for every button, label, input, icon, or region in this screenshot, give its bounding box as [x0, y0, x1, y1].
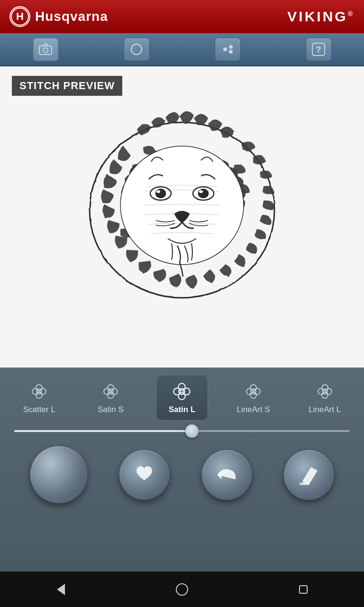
svg-text:H: H: [16, 10, 24, 22]
svg-point-17: [199, 190, 203, 193]
help-button[interactable]: ?: [306, 37, 332, 61]
svg-point-45: [176, 584, 188, 595]
svg-rect-43: [299, 483, 309, 485]
svg-point-37: [251, 389, 256, 394]
stitch-preview-label: STITCH PREVIEW: [12, 76, 122, 96]
undo-button[interactable]: [202, 450, 252, 500]
satin-l-label: Satin L: [169, 405, 196, 414]
recent-apps-button[interactable]: [289, 575, 318, 604]
svg-marker-44: [58, 585, 64, 594]
stitch-scatter-l[interactable]: Scatter L: [13, 375, 65, 420]
svg-point-3: [43, 48, 48, 53]
svg-rect-2: [39, 46, 52, 55]
svg-point-4: [131, 44, 142, 55]
stitch-type-selector: Scatter L Satin S Satin L: [0, 368, 364, 425]
svg-point-22: [36, 389, 42, 394]
system-nav-bar: [0, 571, 364, 607]
stitch-lineart-l[interactable]: LineArt L: [299, 375, 351, 420]
home-button[interactable]: [168, 575, 196, 604]
lineart-l-label: LineArt L: [309, 405, 341, 414]
back-button[interactable]: [46, 575, 75, 604]
scatter-l-label: Scatter L: [23, 405, 55, 414]
settings-button[interactable]: [215, 37, 241, 61]
stitch-satin-s[interactable]: Satin S: [84, 375, 136, 420]
stitch-lineart-s[interactable]: LineArt S: [228, 375, 280, 420]
toolbar: ?: [0, 33, 364, 66]
slider-thumb[interactable]: [185, 424, 199, 438]
svg-point-11: [120, 146, 244, 265]
viking-label: VIKING®: [287, 9, 355, 25]
brand-name: Husqvarna: [35, 9, 108, 24]
density-slider-container: [0, 425, 364, 439]
lineart-s-label: LineArt S: [237, 405, 270, 414]
erase-button[interactable]: [284, 450, 334, 500]
color-button[interactable]: [30, 446, 87, 503]
camera-button[interactable]: [33, 37, 59, 61]
svg-point-7: [229, 50, 233, 54]
svg-text:?: ?: [316, 45, 321, 55]
svg-point-5: [223, 47, 227, 51]
stitch-satin-l[interactable]: Satin L: [156, 375, 208, 421]
stitch-preview-area: STITCH PREVIEW: [0, 66, 364, 368]
lion-embroidery-preview: [0, 66, 364, 368]
favorite-button[interactable]: [119, 450, 169, 500]
satin-s-label: Satin S: [98, 405, 124, 414]
svg-rect-46: [300, 586, 307, 593]
svg-point-42: [322, 389, 328, 394]
circle-tool-button[interactable]: [124, 37, 150, 61]
app-header: H Husqvarna VIKING®: [0, 0, 364, 33]
svg-point-27: [108, 389, 113, 394]
husqvarna-logo-icon: H: [9, 6, 30, 27]
svg-point-32: [179, 388, 185, 395]
header-logo: H Husqvarna: [9, 6, 108, 27]
svg-point-6: [229, 45, 233, 49]
action-buttons-row: [0, 439, 364, 513]
density-slider-track[interactable]: [14, 430, 350, 432]
bottom-panel: Scatter L Satin S Satin L: [0, 368, 364, 571]
slider-fill: [14, 430, 192, 432]
